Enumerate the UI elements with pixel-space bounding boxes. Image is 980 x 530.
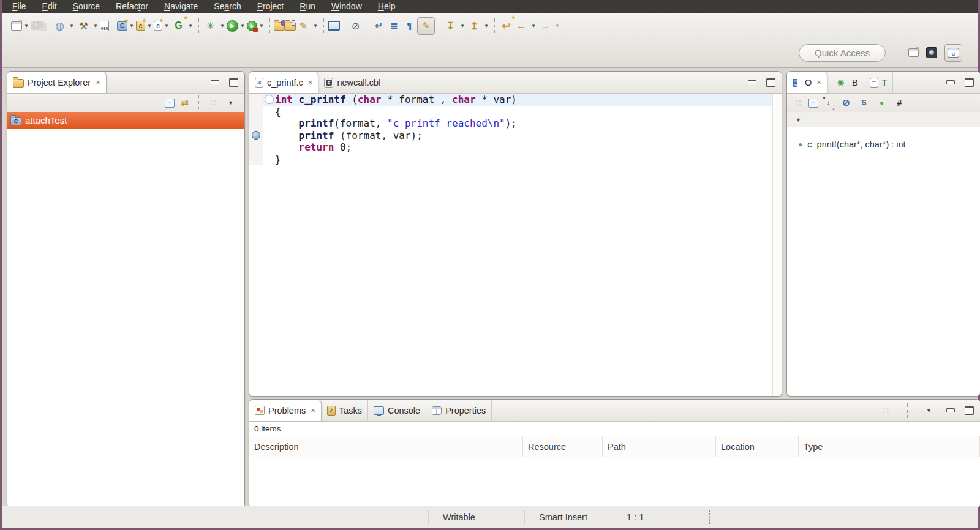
tab-newcall-cbl[interactable]: newcall.cbl — [318, 72, 386, 93]
maximize-icon[interactable] — [766, 78, 775, 87]
maximize-icon[interactable] — [965, 78, 974, 87]
editor-annotation-ruler[interactable] — [249, 118, 263, 130]
open-perspective-icon[interactable] — [908, 48, 919, 57]
show-whitespace-icon[interactable]: ¶ — [402, 18, 417, 34]
close-icon[interactable]: × — [311, 406, 315, 415]
outline-tree[interactable]: ●c_printf(char*, char*) : int — [787, 127, 980, 396]
new-wizard-icon[interactable] — [11, 21, 22, 31]
new-c-project-icon[interactable]: C — [117, 21, 127, 31]
binary-file-icon[interactable]: 010 — [100, 21, 109, 31]
forward-dropdown-icon[interactable]: ▾ — [553, 18, 562, 34]
minimize-icon[interactable] — [748, 80, 756, 84]
menu-source[interactable]: Source — [65, 1, 108, 13]
globe-dropdown-icon[interactable]: ▾ — [67, 18, 76, 34]
format-highlighter-pressed[interactable]: ✎ — [417, 17, 435, 35]
open-task-icon[interactable] — [285, 22, 296, 31]
editor-fold-ruler[interactable] — [263, 154, 275, 166]
code-line[interactable]: printf(format, "c_printf reached\n"); — [249, 118, 782, 130]
editor-fold-ruler[interactable] — [263, 106, 275, 118]
overview-ruler[interactable] — [772, 94, 782, 396]
tab-o[interactable]: O× — [787, 72, 827, 93]
menu-run[interactable]: Run — [292, 1, 323, 13]
debug-perspective-icon[interactable] — [926, 47, 937, 58]
column-header-location[interactable]: Location — [716, 436, 799, 457]
back-icon[interactable]: ← — [514, 18, 529, 34]
menu-refactor[interactable]: Refactor — [108, 1, 156, 13]
collapse-all-icon[interactable]: − — [165, 99, 175, 108]
tab-t[interactable]: T — [864, 72, 894, 93]
marker-icon[interactable]: ✎ — [296, 18, 311, 34]
editor-annotation-ruler[interactable] — [249, 130, 263, 142]
show-source-icon[interactable]: ≣ — [386, 18, 402, 34]
view-menu-icon[interactable]: ▼ — [791, 112, 806, 127]
debug-dropdown-icon[interactable]: ▾ — [218, 18, 227, 34]
show-line-delimiters-icon[interactable]: ↵ — [371, 18, 386, 34]
view-menu-icon[interactable]: ▼ — [223, 95, 238, 111]
new-dropdown-icon[interactable]: ▾ — [22, 18, 31, 34]
tree-item-attachtest[interactable]: CattachTest — [7, 112, 244, 129]
menu-project[interactable]: Project — [249, 1, 292, 13]
build-dropdown-icon[interactable]: ▾ — [91, 18, 100, 34]
run-dropdown-icon[interactable]: ▾ — [238, 18, 247, 34]
globe-icon[interactable]: ◍ — [52, 18, 67, 34]
tab-b[interactable]: ◉B — [827, 72, 864, 93]
external-tools-dropdown-icon[interactable]: ▾ — [257, 18, 266, 34]
close-icon[interactable]: × — [308, 78, 313, 87]
link-with-editor-icon[interactable]: ⇄ — [177, 95, 192, 111]
save-all-icon[interactable] — [37, 21, 44, 28]
forward-icon[interactable]: → — [538, 18, 553, 34]
maximize-icon[interactable] — [965, 406, 974, 415]
problems-table-body[interactable] — [249, 457, 980, 507]
minimize-icon[interactable] — [211, 80, 219, 84]
project-explorer-tree[interactable]: CattachTest — [7, 112, 244, 507]
open-type-icon[interactable] — [274, 22, 285, 31]
hide-non-public-members-icon[interactable]: ● — [874, 95, 889, 111]
marker-dropdown-icon[interactable]: ▾ — [311, 18, 320, 34]
collapse-all-icon[interactable]: − — [809, 99, 818, 108]
column-header-type[interactable]: Type — [799, 436, 980, 457]
focus-on-active-task-icon[interactable]: ∷ — [791, 95, 806, 111]
new-c-file-dropdown-icon[interactable]: ▾ — [162, 18, 171, 34]
editor-annotation-ruler[interactable] — [249, 154, 263, 166]
code-line[interactable]: printf (format, var); — [249, 130, 782, 142]
code-line[interactable]: −int c_printf (char * format , char * va… — [249, 94, 782, 106]
editor-fold-ruler[interactable] — [263, 141, 275, 154]
previous-annotation-icon[interactable]: ↥ — [467, 18, 482, 34]
column-header-path[interactable]: Path — [603, 436, 716, 457]
next-annotation-icon[interactable]: ↧ — [443, 18, 458, 34]
menu-edit[interactable]: Edit — [34, 1, 65, 13]
menu-file[interactable]: File — [4, 1, 34, 13]
tab-properties[interactable]: Properties — [426, 400, 492, 421]
code-line[interactable]: return 0; — [249, 141, 782, 154]
console-display-icon[interactable] — [328, 21, 340, 31]
tab-console[interactable]: Console — [368, 400, 426, 421]
new-c-file-icon[interactable]: c — [154, 21, 162, 31]
debug-icon[interactable]: ✳ — [203, 18, 218, 34]
previous-annotation-dropdown-icon[interactable]: ▾ — [482, 18, 491, 34]
back-dropdown-icon[interactable]: ▾ — [529, 18, 538, 34]
tab-c-printf-c[interactable]: .cc_printf.c× — [249, 72, 318, 93]
editor-fold-ruler[interactable]: − — [263, 94, 275, 106]
close-icon[interactable]: × — [816, 78, 821, 87]
tab-project-explorer[interactable]: Project Explorer × — [7, 72, 107, 93]
menu-window[interactable]: Window — [323, 1, 370, 13]
quick-access-input[interactable]: Quick Access — [799, 44, 886, 62]
column-header-resource[interactable]: Resource — [523, 436, 603, 457]
code-editor[interactable]: −int c_printf (char * format , char * va… — [249, 94, 782, 396]
editor-fold-ruler[interactable] — [263, 130, 275, 142]
code-line[interactable]: } — [249, 154, 782, 166]
new-class-dropdown-icon[interactable]: ▾ — [145, 18, 154, 34]
run-icon[interactable]: ▶ — [227, 20, 238, 32]
tab-tasks[interactable]: ✓Tasks — [322, 400, 368, 421]
focus-on-active-task-icon[interactable]: ∷ — [205, 95, 221, 111]
tab-problems[interactable]: Problems× — [249, 400, 322, 421]
hide-static-members-icon[interactable]: S — [856, 95, 872, 111]
fold-collapse-icon[interactable]: − — [265, 95, 274, 104]
editor-fold-ruler[interactable] — [263, 118, 275, 130]
build-icon[interactable]: ⚒ — [76, 18, 91, 34]
column-header-description[interactable]: Description — [249, 436, 523, 457]
editor-annotation-ruler[interactable] — [249, 141, 263, 154]
outline-item-c-printf[interactable]: ●c_printf(char*, char*) : int — [787, 127, 980, 149]
view-menu-icon[interactable]: ▼ — [921, 403, 937, 418]
c-cpp-perspective-pressed[interactable]: C — [944, 44, 962, 62]
